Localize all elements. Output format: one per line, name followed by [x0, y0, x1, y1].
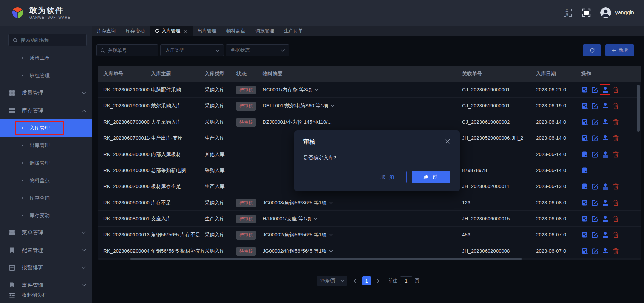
view-icon[interactable]	[581, 150, 588, 158]
tab-库存查询[interactable]: 库存查询	[92, 26, 121, 36]
stamp-icon[interactable]	[602, 215, 609, 222]
assoc-order-search-input[interactable]	[108, 45, 156, 56]
user-avatar[interactable]	[600, 7, 611, 18]
view-icon[interactable]	[581, 183, 588, 190]
fullscreen-text-icon[interactable]: 全屏	[563, 8, 572, 17]
cell-topic: 板材库存不足	[151, 178, 204, 194]
view-icon[interactable]	[581, 167, 588, 174]
prev-page-button[interactable]	[351, 277, 359, 285]
cell-date: 2023-06-14 0	[536, 114, 580, 130]
username[interactable]: yangqin	[615, 10, 634, 16]
edit-icon[interactable]	[591, 231, 599, 239]
edit-icon[interactable]	[591, 86, 599, 93]
sidebar-item-出库管理[interactable]: 出库管理	[0, 137, 92, 154]
chevron-down-icon[interactable]	[331, 104, 335, 107]
sidebar-item-班组管理[interactable]: 班组管理	[0, 67, 92, 84]
modal-message: 是否确定入库?	[303, 155, 336, 161]
edit-icon[interactable]	[591, 102, 599, 110]
material-text: NC0001/内存条 等3项	[263, 87, 312, 92]
cell-type: 采购入库	[205, 162, 236, 178]
doc-status-select[interactable]: 单据状态	[226, 44, 289, 56]
sidebar-item-报警排班[interactable]: 报警排班	[0, 259, 92, 276]
trash-icon[interactable]	[612, 247, 620, 255]
tab-出库管理[interactable]: 出库管理	[193, 26, 221, 36]
stamp-icon[interactable]	[602, 150, 609, 158]
chevron-down-icon[interactable]	[313, 217, 317, 220]
cell-operations	[581, 162, 640, 178]
tab-物料盘点[interactable]: 物料盘点	[221, 26, 250, 36]
horizontal-scrollbar-thumb[interactable]	[130, 258, 522, 260]
edit-icon[interactable]	[591, 118, 599, 126]
edit-icon[interactable]	[591, 199, 599, 206]
edit-icon[interactable]	[591, 150, 599, 158]
add-button[interactable]: 新增	[605, 44, 634, 56]
stamp-icon[interactable]	[602, 134, 609, 142]
view-icon[interactable]	[581, 231, 588, 239]
tab-生产订单[interactable]: 生产订单	[279, 26, 308, 36]
refresh-icon[interactable]	[155, 29, 159, 33]
chevron-down-icon[interactable]	[329, 201, 333, 204]
sidebar-item-物料盘点[interactable]: 物料盘点	[0, 172, 92, 189]
stamp-icon[interactable]	[602, 247, 609, 255]
stamp-icon[interactable]	[602, 199, 609, 206]
trash-icon[interactable]	[612, 199, 620, 206]
edit-icon[interactable]	[591, 215, 599, 222]
sidebar-item-库存查询[interactable]: 库存查询	[0, 189, 92, 207]
app-window: 敢为软件 GANWEI SOFTWARE 全屏	[0, 0, 644, 303]
sidebar-item-菜单管理[interactable]: 菜单管理	[0, 224, 92, 242]
cancel-button[interactable]: 取 消	[370, 171, 407, 183]
plus-icon	[612, 48, 616, 53]
chevron-down-icon[interactable]	[329, 233, 333, 236]
stamp-icon[interactable]	[602, 231, 609, 239]
trash-icon[interactable]	[612, 183, 620, 190]
stamp-icon[interactable]	[602, 102, 609, 110]
tab-库存变动[interactable]: 库存变动	[121, 26, 150, 36]
screenshot-icon[interactable]	[582, 8, 591, 17]
refresh-button[interactable]	[583, 44, 601, 56]
chevron-down-icon[interactable]	[329, 250, 333, 252]
edit-icon[interactable]	[591, 247, 599, 255]
view-icon[interactable]	[581, 86, 588, 93]
page-size-select[interactable]: 25条/页	[317, 276, 347, 286]
tab-调拨管理[interactable]: 调拨管理	[250, 26, 279, 36]
trash-icon[interactable]	[612, 86, 620, 93]
sidebar-item-库存管理[interactable]: 库存管理	[0, 102, 92, 119]
stamp-icon[interactable]	[602, 86, 609, 93]
cell-type: 采购入库	[205, 98, 236, 114]
stamp-icon[interactable]	[602, 183, 609, 190]
trash-icon[interactable]	[612, 150, 620, 158]
view-icon[interactable]	[581, 199, 588, 206]
trash-icon[interactable]	[612, 118, 620, 126]
view-icon[interactable]	[581, 118, 588, 126]
view-icon[interactable]	[581, 215, 588, 222]
trash-icon[interactable]	[612, 102, 620, 110]
collapse-sidebar-button[interactable]: 收起侧边栏	[0, 287, 92, 303]
goto-page-input[interactable]	[400, 276, 412, 285]
trash-icon[interactable]	[612, 215, 620, 222]
sidebar-item-调拨管理[interactable]: 调拨管理	[0, 154, 92, 172]
page-number-1[interactable]: 1	[362, 276, 371, 285]
stamp-icon[interactable]	[602, 118, 609, 126]
tab-入库管理[interactable]: 入库管理	[150, 26, 193, 36]
view-icon[interactable]	[581, 247, 588, 255]
inbound-type-select[interactable]: 入库类型	[160, 44, 224, 56]
trash-icon[interactable]	[612, 231, 620, 239]
trash-icon[interactable]	[612, 134, 620, 142]
sidebar-item-配置管理[interactable]: 配置管理	[0, 242, 92, 259]
edit-icon[interactable]	[591, 134, 599, 142]
confirm-button[interactable]: 通 过	[412, 171, 450, 183]
chevron-down-icon[interactable]	[314, 88, 318, 91]
vertical-scrollbar-thumb[interactable]	[637, 85, 640, 132]
sidebar-item-质量管理[interactable]: 质量管理	[0, 84, 92, 102]
edit-icon[interactable]	[591, 183, 599, 190]
sidebar-item-质检工单[interactable]: 质检工单	[0, 49, 92, 67]
close-icon[interactable]	[445, 138, 451, 144]
sidebar-item-事件查询[interactable]: 事件查询	[0, 276, 92, 287]
close-icon[interactable]	[184, 29, 187, 33]
sidebar-item-库存变动[interactable]: 库存变动	[0, 207, 92, 224]
next-page-button[interactable]	[374, 277, 382, 285]
view-icon[interactable]	[581, 134, 588, 142]
sidebar-search-input[interactable]	[21, 34, 85, 46]
sidebar-item-入库管理[interactable]: 入库管理	[0, 119, 92, 137]
view-icon[interactable]	[581, 102, 588, 110]
